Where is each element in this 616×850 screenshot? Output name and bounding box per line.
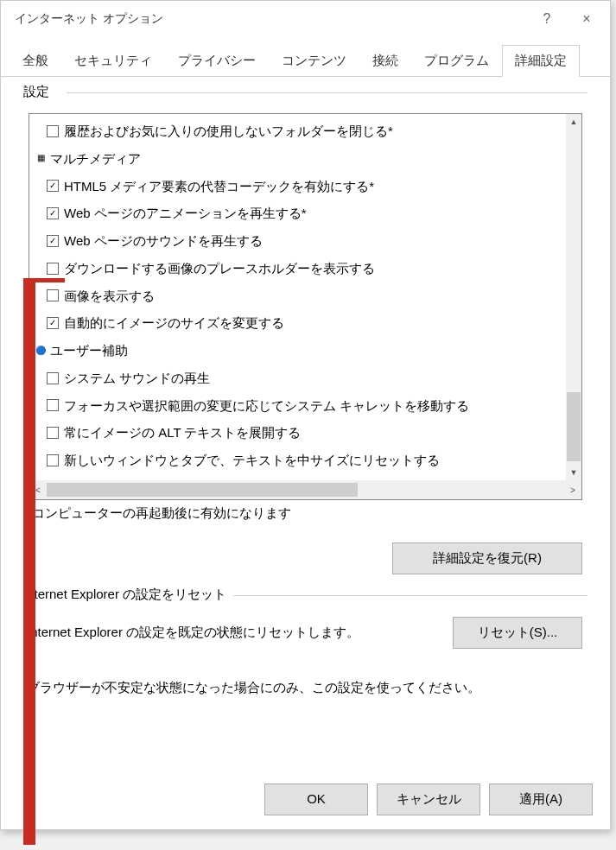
tree-category[interactable]: ▦マルチメディア	[29, 145, 581, 173]
tree-item-label: 常にイメージの ALT テキストを展開する	[64, 421, 301, 445]
tree-item[interactable]: 新しいウィンドウとタブで、テキストを中サイズにリセットする	[29, 447, 581, 474]
reset-description: Internet Explorer の設定を既定の状態にリセットします。	[27, 625, 359, 641]
annotation-marker	[23, 278, 35, 845]
checkbox[interactable]	[47, 399, 59, 411]
hscroll-thumb[interactable]	[47, 483, 358, 497]
scroll-thumb[interactable]	[567, 392, 581, 461]
tree-item[interactable]: ダウンロードする画像のプレースホルダーを表示する	[29, 255, 581, 282]
restore-defaults-button[interactable]: 詳細設定を復元(R)	[392, 542, 582, 574]
reset-button[interactable]: リセット(S)...	[453, 617, 582, 649]
tree-item-label: 履歴およびお気に入りの使用しないフォルダーを閉じる*	[64, 119, 393, 143]
tree-item[interactable]: ✓自動的にイメージのサイズを変更する	[29, 309, 581, 337]
reset-fieldset: Internet Explorer の設定をリセット Internet Expl…	[23, 595, 587, 696]
tree-item-label: Web ページのサウンドを再生する	[64, 229, 263, 253]
tab-0[interactable]: 全般	[10, 45, 61, 77]
tab-3[interactable]: コンテンツ	[269, 45, 359, 77]
checkbox[interactable]: ✓	[47, 235, 59, 247]
close-button[interactable]: ×	[567, 4, 606, 34]
apply-button[interactable]: 適用(A)	[489, 783, 593, 815]
settings-fieldset: 設定 履歴およびお気に入りの使用しないフォルダーを閉じる*▦マルチメディア✓HT…	[23, 89, 587, 574]
tree-item-label: 自動的にイメージのサイズを変更する	[64, 311, 284, 335]
titlebar: インターネット オプション ? ×	[1, 1, 610, 37]
tab-2[interactable]: プライバシー	[165, 45, 269, 77]
divider	[231, 595, 587, 596]
scroll-up-icon[interactable]: ▲	[566, 114, 581, 130]
tree-item[interactable]: 常にイメージの ALT テキストを展開する	[29, 419, 581, 447]
tree-item[interactable]: フォーカスや選択範囲の変更に応じてシステム キャレットを移動する	[29, 392, 581, 420]
checkbox[interactable]	[47, 427, 59, 439]
window-title: インターネット オプション	[15, 11, 163, 27]
tab-5[interactable]: プログラム	[411, 45, 502, 77]
accessibility-icon: 🔵	[35, 345, 47, 357]
tree-item[interactable]: システム サウンドの再生	[29, 365, 581, 392]
tree-item[interactable]: ✓Web ページのサウンドを再生する	[29, 227, 581, 255]
restart-note: *コンピューターの再起動後に有効になります	[27, 505, 584, 522]
tab-6[interactable]: 詳細設定	[502, 45, 580, 77]
ok-button[interactable]: OK	[264, 783, 368, 815]
tree-category-label: マルチメディア	[50, 147, 141, 171]
tree-item[interactable]: ✓Web ページのアニメーションを再生する*	[29, 200, 581, 227]
settings-tree[interactable]: 履歴およびお気に入りの使用しないフォルダーを閉じる*▦マルチメディア✓HTML5…	[29, 113, 582, 500]
tree-item-label: システム サウンドの再生	[64, 366, 210, 390]
tree-item-label: ダウンロードする画像のプレースホルダーを表示する	[64, 257, 375, 281]
scroll-right-icon[interactable]: >	[564, 485, 581, 495]
tree-category[interactable]: 🔵ユーザー補助	[29, 337, 581, 365]
content-area: 設定 履歴およびお気に入りの使用しないフォルダーを閉じる*▦マルチメディア✓HT…	[1, 77, 610, 771]
tree-item-label: 新しいウィンドウとタブで、テキストを中サイズにリセットする	[64, 448, 440, 473]
vertical-scrollbar[interactable]: ▲ ▼	[566, 114, 581, 480]
dialog-button-row: OK キャンセル 適用(A)	[1, 771, 610, 829]
tree-item[interactable]: 画像を表示する	[29, 282, 581, 310]
tree-item-label: 画像を表示する	[64, 284, 155, 308]
tab-4[interactable]: 接続	[359, 45, 411, 77]
reset-row: Internet Explorer の設定を既定の状態にリセットします。 リセッ…	[27, 617, 582, 649]
divider	[67, 92, 587, 93]
tree-item[interactable]: 履歴およびお気に入りの使用しないフォルダーを閉じる*	[29, 117, 581, 145]
help-button[interactable]: ?	[527, 4, 567, 34]
checkbox[interactable]	[47, 263, 59, 275]
checkbox[interactable]	[47, 125, 59, 137]
tab-strip: 全般セキュリティプライバシーコンテンツ接続プログラム詳細設定	[1, 44, 610, 77]
checkbox[interactable]	[47, 289, 59, 301]
reset-note: ブラウザーが不安定な状態になった場合にのみ、この設定を使ってください。	[27, 680, 584, 696]
reset-legend: Internet Explorer の設定をリセット	[23, 587, 233, 603]
checkbox[interactable]	[47, 372, 59, 384]
tree-category-label: ユーザー補助	[50, 339, 128, 363]
tree-item-label: HTML5 メディア要素の代替コーデックを有効にする*	[64, 174, 374, 199]
checkbox[interactable]: ✓	[47, 207, 59, 219]
annotation-marker-pointer	[32, 278, 65, 282]
multimedia-icon: ▦	[35, 153, 47, 165]
tree-item-label: Web ページのアニメーションを再生する*	[64, 201, 307, 225]
cancel-button[interactable]: キャンセル	[377, 783, 480, 815]
tree-item[interactable]: ✓HTML5 メディア要素の代替コーデックを有効にする*	[29, 173, 581, 200]
checkbox[interactable]	[47, 454, 59, 466]
tab-1[interactable]: セキュリティ	[61, 45, 165, 77]
restore-row: 詳細設定を復元(R)	[23, 542, 582, 574]
tree-item[interactable]: 新しいウィンドウとタブのカーソル ブラウズを有効にする	[29, 474, 581, 480]
internet-options-dialog: インターネット オプション ? × 全般セキュリティプライバシーコンテンツ接続プ…	[0, 0, 611, 830]
settings-legend: 設定	[23, 84, 56, 100]
checkbox[interactable]: ✓	[47, 180, 59, 192]
tree-content: 履歴およびお気に入りの使用しないフォルダーを閉じる*▦マルチメディア✓HTML5…	[29, 114, 581, 480]
titlebar-controls: ? ×	[527, 4, 606, 34]
horizontal-scrollbar[interactable]: < >	[29, 480, 581, 499]
checkbox[interactable]: ✓	[47, 317, 59, 329]
tree-item-label: フォーカスや選択範囲の変更に応じてシステム キャレットを移動する	[64, 394, 469, 418]
scroll-down-icon[interactable]: ▼	[566, 465, 581, 480]
